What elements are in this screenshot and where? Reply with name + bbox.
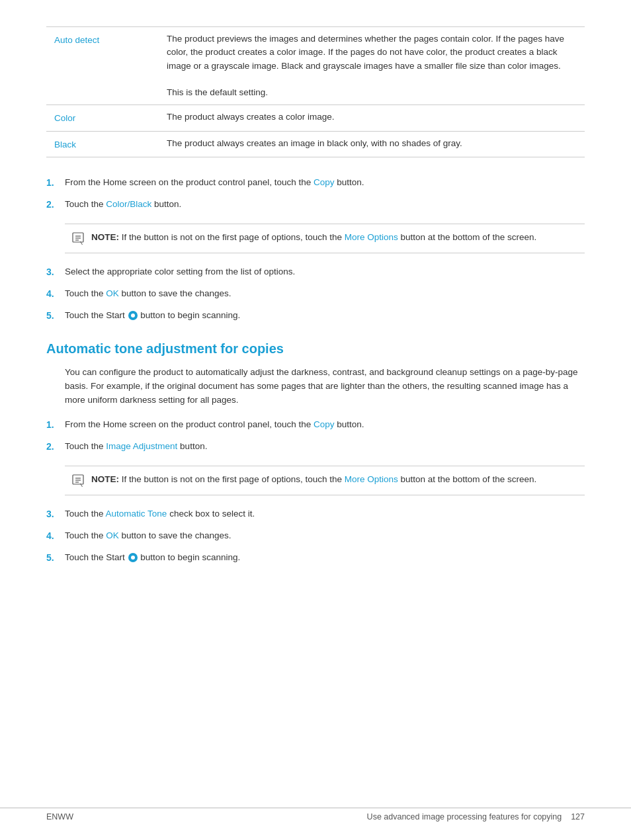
step-1-1: 1. From the Home screen on the product c… [46,176,585,190]
step-2-5-text: Touch the Start button to begin scanning… [65,551,585,564]
step-1-4: 4. Touch the OK button to save the chang… [46,287,585,301]
start-icon-2 [128,553,138,562]
table-row-color: Color The product always creates a color… [46,105,585,131]
step-1-1-text: From the Home screen on the product cont… [65,176,585,189]
svg-rect-4 [73,475,83,484]
step-2-3-text: Touch the Automatic Tone check box to se… [65,507,585,521]
step-1-5: 5. Touch the Start button to begin scann… [46,309,585,323]
step-1-4-text: Touch the OK button to save the changes. [65,287,585,300]
table-row-black: Black The product always creates an imag… [46,131,585,157]
step-1-3: 3. Select the appropriate color setting … [46,265,585,279]
note-content-1: NOTE: If the button is not on the first … [91,231,536,244]
note-icon-2 [71,474,86,488]
step-2-5: 5. Touch the Start button to begin scann… [46,551,585,565]
section2-body: You can configure the product to automat… [65,366,585,407]
step-2-1-text: From the Home screen on the product cont… [65,418,585,431]
step-2-3: 3. Touch the Automatic Tone check box to… [46,507,585,521]
settings-table: Auto detect The product previews the ima… [46,26,585,157]
section1-steps-1-2: 1. From the Home screen on the product c… [46,176,585,212]
start-icon-1 [128,311,138,320]
desc-black: The product always creates an image in b… [159,131,585,157]
note-icon-1 [71,231,86,246]
step-2-2-text: Touch the Image Adjustment button. [65,440,585,453]
step-2-2: 2. Touch the Image Adjustment button. [46,440,585,454]
section2-heading: Automatic tone adjustment for copies [46,341,585,357]
svg-rect-0 [73,233,83,242]
footer-left: ENWW [46,812,73,821]
section1-steps-3-5: 3. Select the appropriate color setting … [46,265,585,323]
step-1-2: 2. Touch the Color/Black button. [46,198,585,212]
step-1-2-text: Touch the Color/Black button. [65,198,585,211]
label-black: Black [46,131,159,157]
section2-steps-1-2: 1. From the Home screen on the product c… [46,418,585,454]
step-1-3-text: Select the appropriate color setting fro… [65,265,585,278]
step-1-5-text: Touch the Start button to begin scanning… [65,309,585,322]
desc-color: The product always creates a color image… [159,105,585,131]
table-row-auto-detect: Auto detect The product previews the ima… [46,27,585,105]
section2-steps-3-5: 3. Touch the Automatic Tone check box to… [46,507,585,565]
page-footer: ENWW Use advanced image processing featu… [0,808,631,821]
step-2-4: 4. Touch the OK button to save the chang… [46,529,585,543]
step-2-4-text: Touch the OK button to save the changes. [65,529,585,542]
note-box-2: NOTE: If the button is not on the first … [65,466,585,495]
desc-auto-detect: The product previews the images and dete… [159,27,585,105]
step-2-1: 1. From the Home screen on the product c… [46,418,585,432]
footer-center: Use advanced image processing features f… [367,812,585,821]
label-auto-detect: Auto detect [46,27,159,105]
note-content-2: NOTE: If the button is not on the first … [91,473,536,486]
note-box-1: NOTE: If the button is not on the first … [65,224,585,253]
label-color: Color [46,105,159,131]
